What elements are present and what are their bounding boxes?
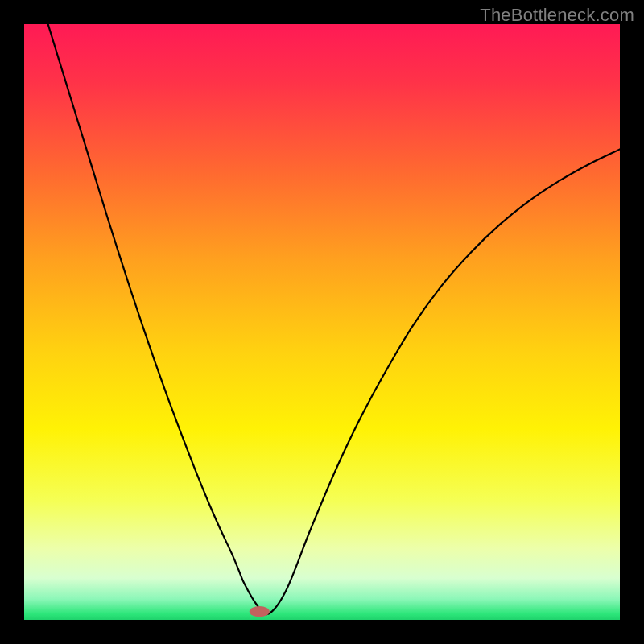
chart-svg xyxy=(24,24,620,620)
watermark-text: TheBottleneck.com xyxy=(480,5,634,26)
chart-plot-area xyxy=(24,24,620,620)
gradient-background xyxy=(24,24,620,620)
minimum-marker xyxy=(250,606,270,617)
outer-frame: TheBottleneck.com xyxy=(0,0,644,644)
